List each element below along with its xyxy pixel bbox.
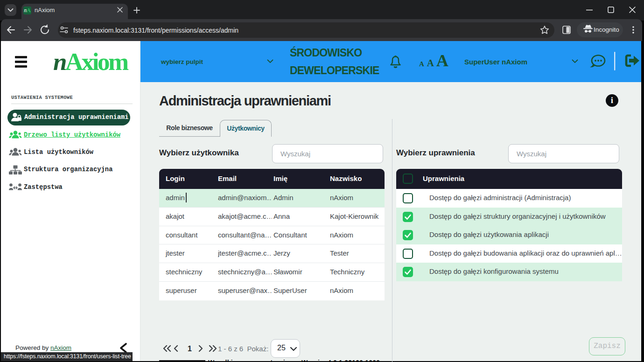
svg-text:1: 1 [188, 345, 192, 353]
